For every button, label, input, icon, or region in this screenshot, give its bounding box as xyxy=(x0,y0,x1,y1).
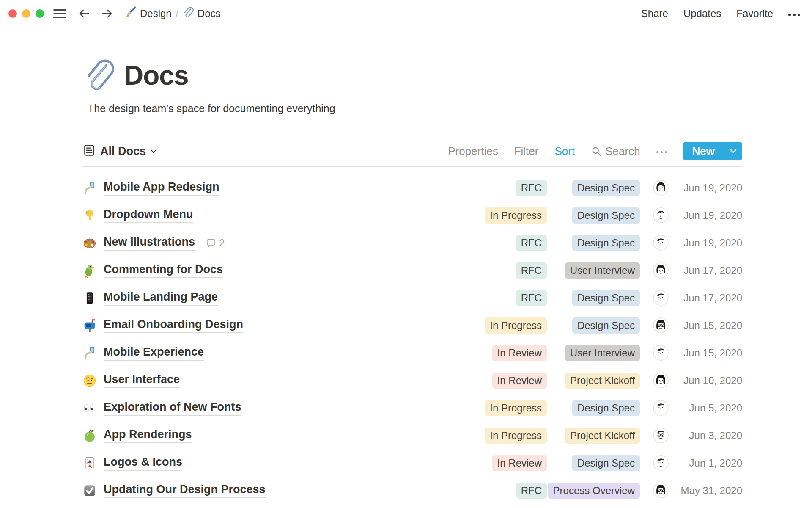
status-badge[interactable]: RFC xyxy=(516,262,547,279)
status-badge[interactable]: In Progress xyxy=(485,207,547,224)
doc-type-badge[interactable]: Design Spec xyxy=(572,455,640,471)
avatar[interactable] xyxy=(653,345,669,361)
status-badge[interactable]: RFC xyxy=(516,235,547,251)
doc-type-badge[interactable]: User Interview xyxy=(565,262,640,279)
sort-button[interactable]: Sort xyxy=(554,145,575,158)
avatar[interactable] xyxy=(653,207,669,223)
view-more-options-icon[interactable] xyxy=(656,149,667,153)
doc-title-link[interactable]: New Illustrations xyxy=(104,235,195,251)
doc-title-link[interactable]: Mobile Experience xyxy=(104,345,204,361)
table-row: Dropdown Menu In Progress Design Spec Ju… xyxy=(82,202,742,229)
share-button[interactable]: Share xyxy=(641,8,668,19)
updates-button[interactable]: Updates xyxy=(683,8,721,19)
avatar[interactable] xyxy=(653,235,669,251)
doc-type-badge[interactable]: Process Overview xyxy=(548,483,640,499)
eyes-icon xyxy=(82,401,97,415)
status-badge[interactable]: In Progress xyxy=(485,318,547,334)
doc-type-badge[interactable]: Project Kickoff xyxy=(565,373,640,389)
iphone-icon xyxy=(82,291,97,305)
chevron-down-icon xyxy=(730,149,737,154)
chevron-down-icon xyxy=(150,149,157,154)
doc-type-badge[interactable]: Design Spec xyxy=(572,318,640,334)
breadcrumb-label: Docs xyxy=(198,8,221,19)
doc-title-link[interactable]: Logos & Icons xyxy=(104,456,182,471)
avatar[interactable] xyxy=(653,318,669,333)
minimize-window-button[interactable] xyxy=(22,9,30,18)
new-dropdown-button[interactable] xyxy=(724,142,742,160)
view-switcher[interactable]: All Docs xyxy=(82,144,157,159)
doc-title-link[interactable]: Updating Our Design Process xyxy=(104,483,266,498)
traffic-lights xyxy=(8,9,44,18)
properties-button[interactable]: Properties xyxy=(448,145,498,158)
window-titlebar: Design / Docs Share Updates Favorite xyxy=(0,0,812,27)
table-row: Email Onboarding Design In Progress Desi… xyxy=(82,312,742,339)
status-badge[interactable]: In Progress xyxy=(485,400,547,416)
comment-bubble-icon xyxy=(206,238,216,248)
new-button[interactable]: New xyxy=(683,142,724,160)
doc-type-badge[interactable]: Design Spec xyxy=(572,400,640,416)
parrot-icon xyxy=(82,263,97,278)
avatar[interactable] xyxy=(653,400,669,416)
doc-type-badge[interactable]: Design Spec xyxy=(572,180,640,196)
forward-arrow-icon[interactable] xyxy=(101,7,113,20)
edited-date: Jun 17, 2020 xyxy=(678,292,742,304)
avatar[interactable] xyxy=(653,262,669,278)
doc-title-link[interactable]: Dropdown Menu xyxy=(104,208,193,223)
status-badge[interactable]: In Progress xyxy=(485,428,547,444)
status-badge[interactable]: In Review xyxy=(492,455,547,471)
search-icon xyxy=(591,146,602,157)
status-badge[interactable]: RFC xyxy=(516,290,547,306)
zoom-window-button[interactable] xyxy=(36,9,44,18)
avatar[interactable] xyxy=(653,455,669,471)
avatar[interactable] xyxy=(653,290,669,306)
doc-type-badge[interactable]: Design Spec xyxy=(572,235,640,251)
table-row: New Illustrations 2 RFC Design Spec Jun … xyxy=(82,229,742,257)
sidebar-menu-icon[interactable] xyxy=(53,9,66,18)
doc-title-link[interactable]: Exploration of New Fonts xyxy=(104,400,241,416)
status-badge[interactable]: RFC xyxy=(516,483,547,499)
doc-type-badge[interactable]: Project Kickoff xyxy=(565,428,640,444)
edited-date: Jun 19, 2020 xyxy=(678,237,742,249)
avatar[interactable] xyxy=(653,180,669,196)
view-label: All Docs xyxy=(100,145,146,158)
pointdown-icon xyxy=(82,208,97,223)
doc-title-link[interactable]: Mobile Landing Page xyxy=(104,290,218,306)
search-button[interactable]: Search xyxy=(591,145,640,158)
more-options-icon[interactable] xyxy=(788,11,800,16)
comment-indicator[interactable]: 2 xyxy=(206,237,225,249)
doc-title-link[interactable]: Email Onboarding Design xyxy=(104,318,243,333)
favorite-button[interactable]: Favorite xyxy=(736,8,773,19)
filter-button[interactable]: Filter xyxy=(514,145,539,158)
paperclip-icon xyxy=(183,7,194,20)
close-window-button[interactable] xyxy=(8,9,17,18)
svg-text:r: r xyxy=(91,465,92,468)
mailbox-icon xyxy=(82,318,97,333)
paperclip-icon[interactable] xyxy=(82,59,115,91)
back-arrow-icon[interactable] xyxy=(78,7,91,20)
breadcrumb-item-design[interactable]: Design xyxy=(124,6,172,21)
checkmark-icon xyxy=(82,483,97,498)
doc-title-link[interactable]: User Interface xyxy=(104,373,180,388)
doc-type-badge[interactable]: Design Spec xyxy=(572,207,640,224)
status-badge[interactable]: In Review xyxy=(492,373,547,389)
status-badge[interactable]: In Review xyxy=(492,345,547,361)
doc-type-badge[interactable]: Design Spec xyxy=(572,290,640,306)
doc-title-link[interactable]: Commenting for Docs xyxy=(104,263,223,278)
table-row: Commenting for Docs RFC User Interview J… xyxy=(82,257,742,284)
avatar[interactable] xyxy=(653,483,669,498)
avatar[interactable] xyxy=(653,373,669,388)
edited-date: Jun 15, 2020 xyxy=(678,320,742,331)
status-badge[interactable]: RFC xyxy=(516,180,547,196)
breadcrumb-item-docs[interactable]: Docs xyxy=(183,7,221,20)
avatar[interactable] xyxy=(653,428,669,443)
doc-type-badge[interactable]: User Interview xyxy=(565,345,640,361)
edited-date: Jun 5, 2020 xyxy=(678,402,742,414)
breadcrumb-separator: / xyxy=(176,8,178,19)
doc-title-link[interactable]: Mobile App Redesign xyxy=(104,180,219,196)
comment-count: 2 xyxy=(219,237,225,249)
view-toolbar: All Docs Properties Filter Sort Search N… xyxy=(82,142,742,167)
page-header: Docs The design team's space for documen… xyxy=(82,27,742,115)
doc-title-link[interactable]: App Renderings xyxy=(104,428,192,443)
page-subtitle: The design team's space for documenting … xyxy=(88,102,742,115)
svg-text:J: J xyxy=(87,458,88,461)
